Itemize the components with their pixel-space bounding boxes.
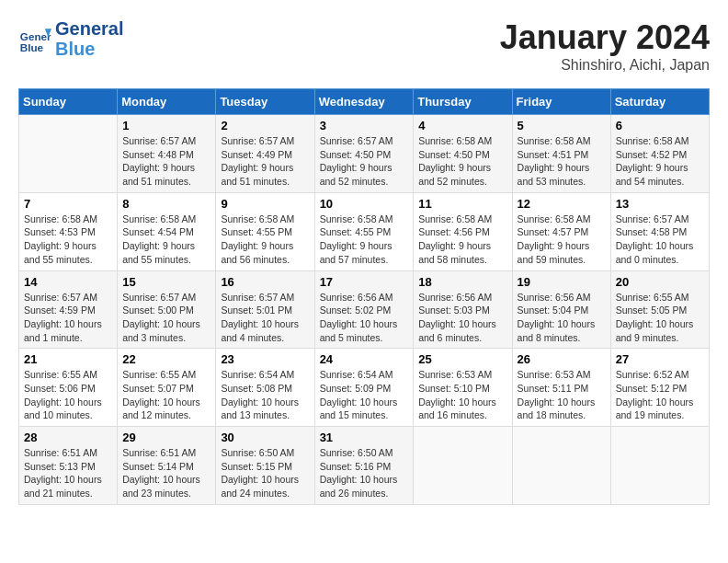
day-info: Sunrise: 6:58 AMSunset: 4:57 PMDaylight:… <box>518 213 606 267</box>
calendar-week-1: 1Sunrise: 6:57 AMSunset: 4:48 PMDaylight… <box>19 115 710 193</box>
column-header-sunday: Sunday <box>19 89 118 115</box>
calendar-cell: 2Sunrise: 6:57 AMSunset: 4:49 PMDaylight… <box>216 115 314 193</box>
day-info: Sunrise: 6:58 AMSunset: 4:54 PMDaylight:… <box>122 213 210 267</box>
column-header-thursday: Thursday <box>414 89 512 115</box>
day-number: 23 <box>221 352 309 366</box>
day-info: Sunrise: 6:57 AMSunset: 4:48 PMDaylight:… <box>122 134 210 189</box>
calendar-cell <box>610 427 709 505</box>
day-number: 1 <box>122 119 210 132</box>
column-header-monday: Monday <box>118 89 216 115</box>
calendar-cell: 22Sunrise: 6:55 AMSunset: 5:07 PMDayligh… <box>118 349 216 427</box>
calendar-cell: 5Sunrise: 6:58 AMSunset: 4:51 PMDaylight… <box>512 115 610 193</box>
day-info: Sunrise: 6:55 AMSunset: 5:07 PMDaylight:… <box>122 368 210 422</box>
calendar-cell: 6Sunrise: 6:58 AMSunset: 4:52 PMDaylight… <box>610 115 709 193</box>
calendar-cell: 28Sunrise: 6:51 AMSunset: 5:13 PMDayligh… <box>19 427 118 505</box>
calendar-cell: 10Sunrise: 6:58 AMSunset: 4:55 PMDayligh… <box>314 192 414 270</box>
location-subtitle: Shinshiro, Aichi, Japan <box>500 57 710 74</box>
calendar-cell: 14Sunrise: 6:57 AMSunset: 4:59 PMDayligh… <box>19 270 118 349</box>
day-info: Sunrise: 6:51 AMSunset: 5:13 PMDaylight:… <box>24 446 112 500</box>
day-info: Sunrise: 6:58 AMSunset: 4:50 PMDaylight:… <box>418 134 506 189</box>
day-number: 4 <box>418 119 506 132</box>
column-header-wednesday: Wednesday <box>314 89 414 115</box>
calendar-cell: 29Sunrise: 6:51 AMSunset: 5:14 PMDayligh… <box>118 427 216 505</box>
calendar-cell: 4Sunrise: 6:58 AMSunset: 4:50 PMDaylight… <box>414 115 512 193</box>
day-info: Sunrise: 6:53 AMSunset: 5:11 PMDaylight:… <box>518 368 606 422</box>
calendar-cell: 1Sunrise: 6:57 AMSunset: 4:48 PMDaylight… <box>118 115 216 193</box>
day-number: 21 <box>24 352 112 366</box>
day-number: 30 <box>221 431 309 444</box>
calendar-week-2: 7Sunrise: 6:58 AMSunset: 4:53 PMDaylight… <box>19 192 710 270</box>
day-info: Sunrise: 6:58 AMSunset: 4:55 PMDaylight:… <box>320 213 409 267</box>
day-number: 2 <box>221 119 309 132</box>
calendar-cell: 23Sunrise: 6:54 AMSunset: 5:08 PMDayligh… <box>216 349 314 427</box>
calendar-cell: 24Sunrise: 6:54 AMSunset: 5:09 PMDayligh… <box>314 349 414 427</box>
day-info: Sunrise: 6:58 AMSunset: 4:52 PMDaylight:… <box>616 134 704 189</box>
day-number: 16 <box>221 275 309 289</box>
day-number: 12 <box>518 197 606 211</box>
day-info: Sunrise: 6:54 AMSunset: 5:09 PMDaylight:… <box>320 368 409 422</box>
calendar-header-row: SundayMondayTuesdayWednesdayThursdayFrid… <box>19 89 710 115</box>
day-info: Sunrise: 6:57 AMSunset: 4:59 PMDaylight:… <box>24 291 112 345</box>
calendar-cell: 9Sunrise: 6:58 AMSunset: 4:55 PMDaylight… <box>216 192 314 270</box>
calendar-cell <box>512 427 610 505</box>
calendar-cell: 20Sunrise: 6:55 AMSunset: 5:05 PMDayligh… <box>610 270 709 349</box>
day-info: Sunrise: 6:58 AMSunset: 4:56 PMDaylight:… <box>418 213 506 267</box>
day-number: 18 <box>418 275 506 289</box>
calendar-table: SundayMondayTuesdayWednesdayThursdayFrid… <box>18 88 710 505</box>
column-header-friday: Friday <box>512 89 610 115</box>
column-header-tuesday: Tuesday <box>216 89 314 115</box>
month-title: January 2024 <box>500 18 710 57</box>
column-header-saturday: Saturday <box>610 89 709 115</box>
logo-icon: General Blue <box>18 22 51 55</box>
day-number: 26 <box>518 352 606 366</box>
day-number: 29 <box>122 431 210 444</box>
logo: General Blue General Blue <box>18 18 123 59</box>
calendar-cell: 13Sunrise: 6:57 AMSunset: 4:58 PMDayligh… <box>610 192 709 270</box>
day-number: 7 <box>24 197 112 211</box>
title-section: January 2024 Shinshiro, Aichi, Japan <box>500 18 710 74</box>
calendar-cell: 11Sunrise: 6:58 AMSunset: 4:56 PMDayligh… <box>414 192 512 270</box>
calendar-cell: 30Sunrise: 6:50 AMSunset: 5:15 PMDayligh… <box>216 427 314 505</box>
day-number: 19 <box>518 275 606 289</box>
day-info: Sunrise: 6:57 AMSunset: 4:58 PMDaylight:… <box>616 213 704 267</box>
day-number: 11 <box>418 197 506 211</box>
day-number: 25 <box>418 352 506 366</box>
day-info: Sunrise: 6:58 AMSunset: 4:55 PMDaylight:… <box>221 213 309 267</box>
calendar-week-3: 14Sunrise: 6:57 AMSunset: 4:59 PMDayligh… <box>19 270 710 349</box>
day-number: 8 <box>122 197 210 211</box>
calendar-cell: 17Sunrise: 6:56 AMSunset: 5:02 PMDayligh… <box>314 270 414 349</box>
calendar-cell: 3Sunrise: 6:57 AMSunset: 4:50 PMDaylight… <box>314 115 414 193</box>
day-info: Sunrise: 6:58 AMSunset: 4:51 PMDaylight:… <box>518 134 606 189</box>
day-info: Sunrise: 6:52 AMSunset: 5:12 PMDaylight:… <box>616 368 704 422</box>
day-info: Sunrise: 6:55 AMSunset: 5:06 PMDaylight:… <box>24 368 112 422</box>
day-info: Sunrise: 6:57 AMSunset: 4:50 PMDaylight:… <box>320 134 409 189</box>
calendar-cell: 26Sunrise: 6:53 AMSunset: 5:11 PMDayligh… <box>512 349 610 427</box>
day-number: 9 <box>221 197 309 211</box>
day-number: 24 <box>320 352 409 366</box>
calendar-cell: 31Sunrise: 6:50 AMSunset: 5:16 PMDayligh… <box>314 427 414 505</box>
day-info: Sunrise: 6:55 AMSunset: 5:05 PMDaylight:… <box>616 291 704 345</box>
day-number: 10 <box>320 197 409 211</box>
day-info: Sunrise: 6:56 AMSunset: 5:04 PMDaylight:… <box>518 291 606 345</box>
logo-general: General <box>55 18 123 39</box>
calendar-cell <box>414 427 512 505</box>
page-header: General Blue General Blue January 2024 S… <box>18 18 710 74</box>
day-info: Sunrise: 6:50 AMSunset: 5:15 PMDaylight:… <box>221 446 309 500</box>
day-info: Sunrise: 6:54 AMSunset: 5:08 PMDaylight:… <box>221 368 309 422</box>
calendar-cell: 16Sunrise: 6:57 AMSunset: 5:01 PMDayligh… <box>216 270 314 349</box>
calendar-cell: 25Sunrise: 6:53 AMSunset: 5:10 PMDayligh… <box>414 349 512 427</box>
calendar-cell: 15Sunrise: 6:57 AMSunset: 5:00 PMDayligh… <box>118 270 216 349</box>
day-info: Sunrise: 6:57 AMSunset: 5:01 PMDaylight:… <box>221 291 309 345</box>
day-info: Sunrise: 6:50 AMSunset: 5:16 PMDaylight:… <box>320 446 409 500</box>
calendar-cell: 8Sunrise: 6:58 AMSunset: 4:54 PMDaylight… <box>118 192 216 270</box>
calendar-week-4: 21Sunrise: 6:55 AMSunset: 5:06 PMDayligh… <box>19 349 710 427</box>
day-number: 5 <box>518 119 606 132</box>
calendar-cell: 27Sunrise: 6:52 AMSunset: 5:12 PMDayligh… <box>610 349 709 427</box>
day-number: 20 <box>616 275 704 289</box>
day-number: 27 <box>616 352 704 366</box>
day-number: 3 <box>320 119 409 132</box>
calendar-week-5: 28Sunrise: 6:51 AMSunset: 5:13 PMDayligh… <box>19 427 710 505</box>
calendar-cell <box>19 115 118 193</box>
day-number: 28 <box>24 431 112 444</box>
day-info: Sunrise: 6:57 AMSunset: 5:00 PMDaylight:… <box>122 291 210 345</box>
